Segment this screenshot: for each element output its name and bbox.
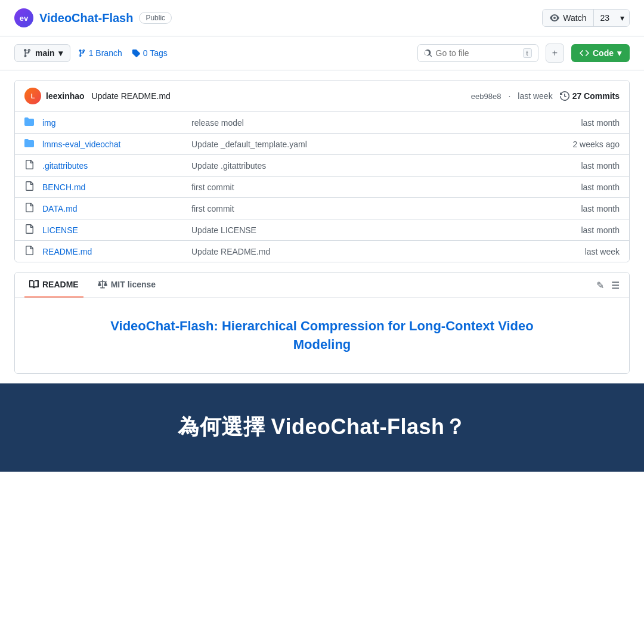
branch-bar: main ▾ 1 Branch 0 Tags t + Code — [0, 36, 644, 70]
branch-info: 1 Branch 0 Tags — [78, 48, 168, 58]
history-icon — [560, 91, 569, 101]
file-icon — [24, 160, 36, 171]
file-name[interactable]: .gitattributes — [42, 161, 191, 171]
file-commit-message: first commit — [191, 204, 548, 213]
file-list: imgrelease modellast monthlmms-eval_vide… — [15, 112, 629, 262]
readme-tabs-left: README MIT license — [24, 273, 160, 298]
eye-icon — [550, 13, 559, 23]
tags-label: 0 Tags — [143, 48, 168, 58]
commit-time-separator: · — [508, 91, 510, 101]
file-time: 2 weeks ago — [548, 140, 620, 149]
file-time: last week — [548, 247, 620, 256]
file-icon — [24, 224, 36, 236]
table-row: .gitattributesUpdate .gitattributeslast … — [15, 155, 629, 177]
code-button[interactable]: Code ▾ — [571, 44, 630, 62]
branch-select[interactable]: main ▾ — [14, 44, 70, 62]
tags-link[interactable]: 0 Tags — [132, 48, 168, 58]
repo-name[interactable]: VideoChat-Flash — [39, 11, 133, 25]
tab-mit-license[interactable]: MIT license — [93, 273, 160, 298]
file-commit-message: Update .gitattributes — [191, 161, 548, 171]
readme-section: README MIT license ✎ ☰ VideoChat-Flash: … — [14, 272, 630, 374]
tab-readme-label: README — [42, 280, 79, 289]
file-name[interactable]: BENCH.md — [42, 182, 191, 192]
branch-small-icon — [78, 49, 86, 57]
table-row: DATA.mdfirst commitlast month — [15, 198, 629, 219]
commit-hash[interactable]: eeb98e8 — [471, 92, 501, 101]
bottom-banner: 為何選擇 VideoChat-Flash？ — [0, 383, 644, 472]
watch-label: Watch — [563, 13, 586, 23]
folder-icon — [24, 138, 36, 150]
file-commit-message: Update README.md — [191, 247, 548, 256]
repo-content: L leexinhao Update README.md eeb98e8 · l… — [14, 80, 630, 262]
banner-text: 為何選擇 VideoChat-Flash？ — [178, 413, 466, 442]
watch-button[interactable]: Watch 23 ▾ — [542, 9, 630, 27]
readme-body: VideoChat-Flash: Hierarchical Compressio… — [15, 298, 629, 373]
search-icon — [424, 49, 432, 57]
tab-mit-label: MIT license — [111, 280, 156, 289]
file-name[interactable]: LICENSE — [42, 225, 191, 235]
file-icon — [24, 181, 36, 193]
edit-icon[interactable]: ✎ — [596, 280, 604, 291]
branch-chevron-icon: ▾ — [58, 48, 63, 58]
branch-icon — [22, 48, 32, 58]
watch-main[interactable]: Watch — [543, 10, 594, 26]
branch-name: main — [35, 48, 55, 58]
file-commit-message: Update LICENSE — [191, 225, 548, 235]
file-name[interactable]: img — [42, 118, 191, 128]
tag-icon — [132, 49, 140, 57]
go-to-file-search[interactable]: t — [417, 44, 538, 62]
repo-title: ev VideoChat-Flash Public — [14, 8, 172, 27]
book-icon — [29, 280, 39, 289]
commit-meta: eeb98e8 · last week 27 Commits — [471, 91, 620, 101]
public-badge: Public — [139, 12, 172, 24]
file-time: last month — [548, 118, 620, 128]
file-commit-message: Update _default_template.yaml — [191, 140, 548, 149]
commit-message[interactable]: Update README.md — [92, 91, 171, 101]
branch-label: 1 Branch — [89, 48, 122, 58]
file-commit-message: first commit — [191, 182, 548, 192]
table-row: lmms-eval_videochatUpdate _default_templ… — [15, 134, 629, 155]
branches-link[interactable]: 1 Branch — [78, 48, 122, 58]
file-icon — [24, 246, 36, 257]
code-icon — [580, 48, 589, 58]
code-chevron-icon: ▾ — [617, 48, 621, 58]
list-icon[interactable]: ☰ — [611, 280, 620, 291]
plus-button[interactable]: + — [546, 44, 564, 63]
table-row: LICENSEUpdate LICENSElast month — [15, 219, 629, 241]
commits-count-label: 27 Commits — [572, 91, 620, 101]
folder-icon — [24, 117, 36, 128]
readme-title-line2: Modeling — [39, 336, 605, 354]
readme-title: VideoChat-Flash: Hierarchical Compressio… — [39, 317, 605, 354]
readme-title-line1: VideoChat-Flash: Hierarchical Compressio… — [39, 317, 605, 336]
file-time: last month — [548, 182, 620, 192]
file-time: last month — [548, 204, 620, 213]
watch-chevron-icon[interactable]: ▾ — [615, 10, 629, 26]
balance-icon — [98, 280, 107, 289]
go-to-file-input[interactable] — [436, 48, 519, 58]
watch-count: 23 — [594, 10, 615, 26]
tab-readme[interactable]: README — [24, 273, 83, 298]
file-name[interactable]: DATA.md — [42, 204, 191, 213]
code-label: Code — [593, 48, 614, 58]
commit-bar: L leexinhao Update README.md eeb98e8 · l… — [15, 80, 629, 112]
table-row: README.mdUpdate README.mdlast week — [15, 241, 629, 262]
table-row: imgrelease modellast month — [15, 112, 629, 134]
table-row: BENCH.mdfirst commitlast month — [15, 177, 629, 198]
readme-tabs: README MIT license ✎ ☰ — [15, 273, 629, 298]
commit-time: last week — [518, 91, 552, 101]
avatar: L — [24, 88, 41, 104]
file-name[interactable]: README.md — [42, 247, 191, 256]
file-icon — [24, 203, 36, 214]
author-name[interactable]: leexinhao — [46, 91, 85, 101]
top-header: ev VideoChat-Flash Public Watch 23 ▾ — [0, 0, 644, 36]
file-time: last month — [548, 225, 620, 235]
commits-link[interactable]: 27 Commits — [560, 91, 620, 101]
file-name[interactable]: lmms-eval_videochat — [42, 140, 191, 149]
repo-org-icon: ev — [14, 8, 33, 27]
file-time: last month — [548, 161, 620, 171]
search-kbd: t — [523, 48, 532, 58]
file-commit-message: release model — [191, 118, 548, 128]
readme-tabs-right: ✎ ☰ — [596, 280, 620, 291]
commit-author-info: L leexinhao Update README.md — [24, 88, 171, 104]
